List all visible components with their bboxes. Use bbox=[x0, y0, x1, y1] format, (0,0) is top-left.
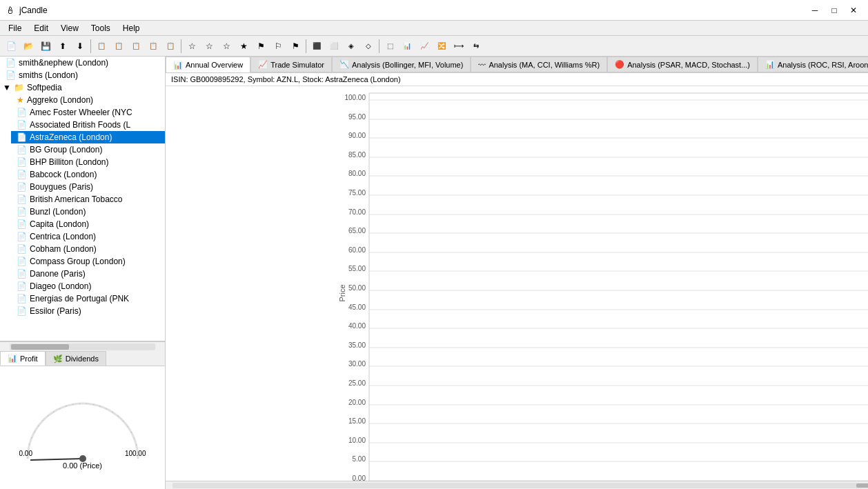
tab-analysis-bollinger[interactable]: 📉 Analysis (Bollinger, MFI, Volume) bbox=[332, 57, 471, 72]
toolbar-star7[interactable]: ⚑ bbox=[287, 38, 304, 54]
tree-item-bat[interactable]: 📄 British American Tobacco bbox=[11, 193, 165, 206]
chart-scrollbar[interactable] bbox=[166, 481, 868, 489]
tree-item-bg[interactable]: 📄 BG Group (London) bbox=[11, 143, 165, 156]
toolbar-save[interactable]: 💾 bbox=[37, 38, 54, 54]
tab-trade-simulator[interactable]: 📈 Trade Simulator bbox=[250, 57, 332, 72]
tab-dividends[interactable]: 🌿 Dividends bbox=[46, 351, 106, 366]
toolbar-chart4[interactable]: 🔀 bbox=[433, 38, 450, 54]
maximize-button[interactable]: □ bbox=[825, 3, 843, 17]
menu-help[interactable]: Help bbox=[117, 22, 146, 34]
gauge-max-label: 100.00 bbox=[125, 450, 146, 457]
tree-scrollbar-x[interactable] bbox=[0, 341, 165, 351]
profit-icon: 📊 bbox=[8, 354, 17, 363]
tree-view[interactable]: 📄 smith&nephew (London) 📄 smiths (London… bbox=[0, 57, 165, 341]
menu-file[interactable]: File bbox=[3, 22, 27, 34]
svg-line-0 bbox=[30, 459, 83, 460]
tree-item-abf[interactable]: 📄 Associated British Foods (L bbox=[11, 119, 165, 131]
svg-text:25.00: 25.00 bbox=[348, 379, 366, 387]
toolbar-chart5[interactable]: ⟼ bbox=[451, 38, 467, 54]
toolbar-star1[interactable]: ☆ bbox=[184, 38, 200, 54]
gauge-value: 0.00 (Price) bbox=[63, 461, 102, 470]
stock-icon: 📄 bbox=[17, 244, 27, 254]
toolbar-star2[interactable]: ☆ bbox=[201, 38, 217, 54]
toolbar-star5[interactable]: ⚑ bbox=[253, 38, 269, 54]
tree-item-amec[interactable]: 📄 Amec Foster Wheeler (NYC bbox=[11, 106, 165, 119]
close-button[interactable]: ✕ bbox=[845, 3, 862, 17]
toolbar-chart6[interactable]: ⇆ bbox=[468, 38, 484, 54]
svg-text:50.00: 50.00 bbox=[348, 284, 366, 292]
tree-item-essilor[interactable]: 📄 Essilor (Paris) bbox=[11, 305, 165, 317]
toolbar-chart2[interactable]: 📊 bbox=[399, 38, 415, 54]
toolbar-tool4[interactable]: ◇ bbox=[360, 38, 377, 54]
toolbar-star4[interactable]: ★ bbox=[235, 38, 252, 54]
svg-text:95.00: 95.00 bbox=[348, 113, 366, 121]
toolbar-down[interactable]: ⬇ bbox=[72, 38, 88, 54]
bottom-tabs-bar: 📊 Profit 🌿 Dividends bbox=[0, 351, 165, 366]
tree-item-compass[interactable]: 📄 Compass Group (London) bbox=[11, 255, 165, 268]
svg-text:0.00: 0.00 bbox=[353, 475, 366, 481]
svg-text:65.00: 65.00 bbox=[348, 227, 366, 234]
tree-item-astrazeneca[interactable]: 📄 AstraZeneca (London) bbox=[11, 131, 165, 143]
toolbar-b4[interactable]: 📋 bbox=[145, 38, 161, 54]
stock-icon: 📄 bbox=[17, 108, 27, 117]
tab-profit[interactable]: 📊 Profit bbox=[0, 351, 46, 366]
stock-icon: 📄 bbox=[17, 294, 27, 303]
chart-area: 100.00 95.00 90.00 85.00 80.00 75.00 70.… bbox=[166, 86, 868, 481]
title-bar: 🕯 jCandle ─ □ ✕ bbox=[0, 0, 868, 21]
toolbar-tool1[interactable]: ⬛ bbox=[308, 38, 325, 54]
minimize-button[interactable]: ─ bbox=[806, 3, 824, 17]
tab-analysis-roc[interactable]: 📊 Analysis (ROC, RSI, Aroon) bbox=[758, 57, 868, 72]
analysis-icon: 📉 bbox=[339, 60, 349, 69]
svg-text:30.00: 30.00 bbox=[348, 360, 366, 368]
tree-item-aggreko[interactable]: ★ Aggreko (London) bbox=[11, 94, 165, 106]
tree-item-bouygues[interactable]: 📄 Bouygues (Paris) bbox=[11, 181, 165, 193]
tree-item-bhp[interactable]: 📄 BHP Billiton (London) bbox=[11, 156, 165, 168]
gauge: 0.00 100.00 0.00 (Price) bbox=[14, 383, 152, 472]
tree-item-cobham[interactable]: 📄 Cobham (London) bbox=[11, 243, 165, 255]
tab-analysis-psar[interactable]: 🔴 Analysis (PSAR, MACD, Stochast...) bbox=[607, 57, 758, 72]
stock-icon: 📄 bbox=[17, 170, 27, 179]
toolbar-up[interactable]: ⬆ bbox=[55, 38, 71, 54]
toolbar-open[interactable]: 📂 bbox=[20, 38, 37, 54]
tree-item-babcock[interactable]: 📄 Babcock (London) bbox=[11, 168, 165, 181]
stock-icon: 📄 bbox=[17, 132, 27, 142]
menu-tools[interactable]: Tools bbox=[86, 22, 116, 34]
toolbar-tool2[interactable]: ⬜ bbox=[326, 38, 342, 54]
toolbar-b3[interactable]: 📋 bbox=[128, 38, 144, 54]
stock-icon: 📄 bbox=[17, 207, 27, 217]
svg-text:70.00: 70.00 bbox=[348, 208, 366, 216]
toolbar-star6[interactable]: ⚐ bbox=[270, 38, 286, 54]
tree-item-energias[interactable]: 📄 Energias de Portugal (PNK bbox=[11, 292, 165, 305]
tree-item-smiths[interactable]: 📄 smiths (London) bbox=[0, 69, 165, 81]
svg-text:45.00: 45.00 bbox=[348, 303, 366, 311]
tab-annual-overview[interactable]: 📊 Annual Overview bbox=[166, 57, 250, 72]
tree-item-capita[interactable]: 📄 Capita (London) bbox=[11, 218, 165, 230]
toolbar-new[interactable]: 📄 bbox=[3, 38, 19, 54]
menu-view[interactable]: View bbox=[55, 22, 84, 34]
menu-edit[interactable]: Edit bbox=[28, 22, 54, 34]
left-panel: 📄 smith&nephew (London) 📄 smiths (London… bbox=[0, 57, 166, 489]
toolbar-b5[interactable]: 📋 bbox=[162, 38, 179, 54]
stock-icon: 📄 bbox=[17, 257, 27, 266]
main-chart: 100.00 95.00 90.00 85.00 80.00 75.00 70.… bbox=[166, 86, 868, 481]
toolbar-tool3[interactable]: ◈ bbox=[343, 38, 359, 54]
tree-item-smithnephew[interactable]: 📄 smith&nephew (London) bbox=[0, 57, 165, 69]
stock-icon: 📄 bbox=[17, 219, 27, 229]
toolbar-b2[interactable]: 📋 bbox=[110, 38, 127, 54]
tab-analysis-ma[interactable]: 〰 Analysis (MA, CCI, Williams %R) bbox=[471, 57, 607, 72]
svg-text:75.00: 75.00 bbox=[348, 189, 366, 197]
tree-item-diageo[interactable]: 📄 Diageo (London) bbox=[11, 280, 165, 292]
toolbar-b1[interactable]: 📋 bbox=[93, 38, 110, 54]
tree-item-centrica[interactable]: 📄 Centrica (London) bbox=[11, 230, 165, 243]
toolbar: 📄 📂 💾 ⬆ ⬇ 📋 📋 📋 📋 📋 ☆ ☆ ☆ ★ ⚑ ⚐ ⚑ ⬛ ⬜ ◈ … bbox=[0, 36, 868, 57]
tree-group-softpedia[interactable]: ▼ 📁 Softpedia bbox=[0, 81, 165, 94]
tree-children-softpedia: ★ Aggreko (London) 📄 Amec Foster Wheeler… bbox=[0, 94, 165, 317]
toolbar-star3[interactable]: ☆ bbox=[218, 38, 235, 54]
toolbar-chart1[interactable]: ⬚ bbox=[382, 38, 398, 54]
tree-item-danone[interactable]: 📄 Danone (Paris) bbox=[11, 268, 165, 280]
svg-text:Price: Price bbox=[338, 284, 346, 301]
sim-icon: 📈 bbox=[258, 60, 268, 69]
toolbar-chart3[interactable]: 📈 bbox=[416, 38, 433, 54]
price-axis: 100.00 95.00 90.00 85.00 80.00 75.00 70.… bbox=[338, 94, 868, 481]
tree-item-bunzl[interactable]: 📄 Bunzl (London) bbox=[11, 206, 165, 218]
